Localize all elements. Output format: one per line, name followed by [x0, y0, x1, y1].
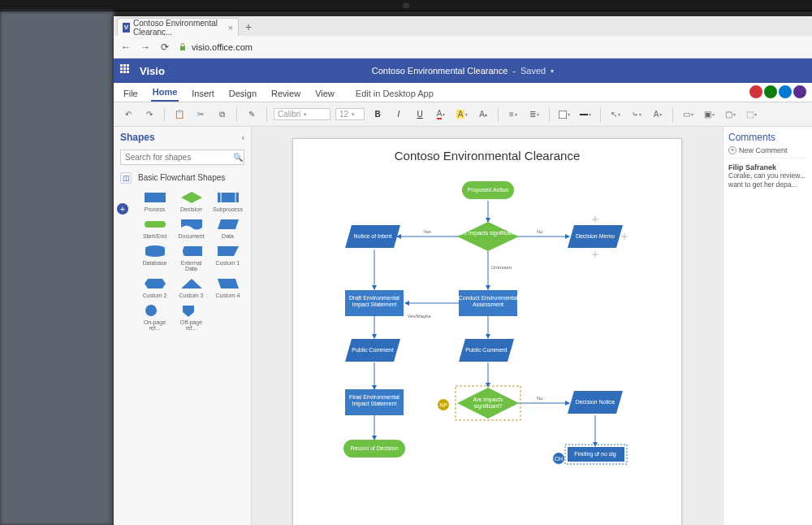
paste-icon[interactable]: 📋: [171, 106, 188, 123]
stencil-shape[interactable]: Document: [175, 217, 208, 239]
canvas[interactable]: Contoso Environmental Clearance Yes No: [252, 127, 723, 525]
node-impacts-decision[interactable]: Are impacts significant?: [457, 222, 519, 251]
node-conduct-ea[interactable]: Conduct EnvironmentalAssessment: [459, 290, 518, 316]
new-tab-button[interactable]: +: [239, 18, 258, 36]
node-impacts-decision-2[interactable]: Are impactssignificant?: [456, 386, 520, 420]
italic-icon[interactable]: I: [391, 106, 407, 123]
stencil-shape[interactable]: Subprocess: [211, 190, 244, 212]
browser-toolbar: ← → ⟳ visio.office.com: [114, 36, 812, 59]
svg-point-10: [145, 252, 165, 257]
page[interactable]: Contoso Environmental Clearance Yes No: [292, 138, 682, 525]
stencil-shape[interactable]: Custom 2: [138, 276, 171, 298]
stencil-shape[interactable]: Custom 4: [211, 276, 244, 298]
svg-rect-6: [145, 221, 166, 228]
comment-item[interactable]: Filip Safranek Coralie, can you review..…: [728, 163, 807, 189]
undo-icon[interactable]: ↶: [120, 106, 136, 123]
tab-home[interactable]: Home: [151, 84, 179, 102]
presence-avatars[interactable]: [749, 85, 807, 99]
new-comment-button[interactable]: + New Comment: [728, 146, 807, 158]
stencil-shape-label: Start/End: [143, 233, 166, 239]
cut-icon[interactable]: ✂: [192, 106, 209, 123]
font-selector[interactable]: Calibri▾: [274, 108, 330, 120]
tab-insert[interactable]: Insert: [190, 85, 216, 102]
node-finding-no-sig[interactable]: Finding of no sig: [565, 445, 627, 464]
stencil-shape[interactable]: Off-page ref...: [175, 303, 208, 331]
stencil-shape[interactable]: Process: [138, 190, 171, 212]
svg-marker-2: [181, 192, 202, 203]
tab-design[interactable]: Design: [227, 85, 258, 102]
tab-file[interactable]: File: [122, 85, 140, 102]
stencil-shape[interactable]: Data: [211, 217, 244, 239]
out-of-focus-left: [0, 11, 114, 525]
arrange-icon[interactable]: ▭▾: [680, 106, 696, 123]
presence-cursor: NP: [438, 399, 449, 410]
search-icon[interactable]: 🔍: [232, 150, 244, 164]
svg-text:No: No: [537, 396, 543, 401]
connector-tool-icon[interactable]: ⤷▾: [628, 106, 645, 123]
edit-in-desktop-app[interactable]: Edit in Desktop App: [354, 85, 435, 102]
svg-marker-11: [218, 246, 239, 256]
stencil-shape[interactable]: Database: [138, 244, 171, 271]
node-proposed-action[interactable]: Proposed Action: [462, 181, 514, 199]
stencil-title[interactable]: ◫ Basic Flowchart Shapes: [114, 170, 251, 187]
svg-text:Yes/Maybe: Yes/Maybe: [407, 314, 431, 319]
close-tab-icon[interactable]: ×: [228, 23, 233, 33]
highlight-icon[interactable]: A▾: [454, 106, 470, 123]
fill-color-icon[interactable]: ▾: [556, 106, 572, 123]
tab-view[interactable]: View: [313, 85, 336, 102]
font-size-selector[interactable]: 12▾: [335, 108, 365, 120]
document-title[interactable]: Contoso Environmental Clearance - Saved …: [372, 66, 554, 76]
forward-icon[interactable]: →: [140, 41, 151, 53]
reload-icon[interactable]: ⟳: [159, 41, 171, 53]
app-name: Visio: [140, 65, 165, 77]
format-painter-icon[interactable]: ✎: [244, 106, 260, 123]
text-tool-icon[interactable]: A▾: [650, 106, 666, 123]
back-icon[interactable]: ←: [120, 41, 132, 53]
browser-tab[interactable]: V Contoso Environmental Clearanc... ×: [117, 18, 239, 36]
pointer-tool-icon[interactable]: ↖▾: [607, 106, 624, 123]
line-color-icon[interactable]: ▾: [577, 106, 594, 123]
underline-icon[interactable]: U: [412, 106, 428, 123]
device-bezel: [0, 0, 812, 11]
node-public-comment-right[interactable]: Public Comment: [459, 339, 514, 362]
node-decision-memo[interactable]: Decision Memo: [568, 225, 623, 248]
address-bar[interactable]: visio.office.com: [179, 42, 806, 52]
svg-text:Unknown: Unknown: [491, 265, 512, 270]
stencil-shape[interactable]: Start/End: [138, 217, 171, 239]
svg-text:Are impacts significant?: Are impacts significant?: [458, 230, 518, 236]
app-launcher-icon[interactable]: [120, 64, 133, 77]
shapes-search[interactable]: 🔍: [120, 150, 244, 165]
bring-front-icon[interactable]: ▣▾: [701, 106, 717, 123]
copy-icon[interactable]: ⧉: [214, 106, 230, 123]
node-draft-eis[interactable]: Draft EnvironmentalImpact Statement: [345, 290, 404, 316]
increase-font-icon[interactable]: A▴: [475, 106, 491, 123]
stencil-shape[interactable]: External Data: [175, 244, 208, 271]
font-color-icon[interactable]: A▾: [433, 106, 449, 123]
comments-title: Comments: [728, 132, 807, 143]
svg-marker-7: [218, 219, 239, 229]
node-notice-intent[interactable]: Notice of Intent: [345, 225, 400, 248]
node-final-eis[interactable]: Final EnvironmentalImpact Statement: [345, 389, 404, 415]
stencil-shape[interactable]: Decision: [175, 190, 208, 212]
add-stencil-button[interactable]: +: [117, 203, 128, 215]
redo-icon[interactable]: ↷: [141, 106, 158, 123]
node-decision-notice[interactable]: Decision Notice: [568, 391, 623, 414]
send-back-icon[interactable]: ▢▾: [722, 106, 738, 123]
collapse-pane-icon[interactable]: ‹: [242, 133, 244, 142]
stencil-shape[interactable]: Custom 1: [211, 244, 244, 271]
node-record-of-decision[interactable]: Record of Decision: [343, 440, 405, 458]
svg-text:Decision Memo: Decision Memo: [576, 233, 615, 239]
bold-icon[interactable]: B: [369, 106, 386, 123]
shapes-search-input[interactable]: [121, 150, 232, 164]
stencil-shape[interactable]: On-page ref...: [138, 303, 171, 331]
align-middle-icon[interactable]: ≣▾: [526, 106, 542, 123]
group-icon[interactable]: ⬚▾: [743, 106, 759, 123]
align-left-icon[interactable]: ≡▾: [505, 106, 521, 123]
flowchart[interactable]: Yes No Unknown Yes/Maybe: [293, 171, 683, 525]
stencil-shape[interactable]: Custom 3: [175, 276, 208, 298]
tab-review[interactable]: Review: [270, 85, 302, 102]
svg-text:No: No: [537, 229, 543, 234]
node-public-comment-left[interactable]: Public Comment: [345, 339, 400, 362]
svg-text:Finding of no sig: Finding of no sig: [574, 451, 615, 458]
browser-window: V Contoso Environmental Clearanc... × + …: [114, 16, 812, 525]
